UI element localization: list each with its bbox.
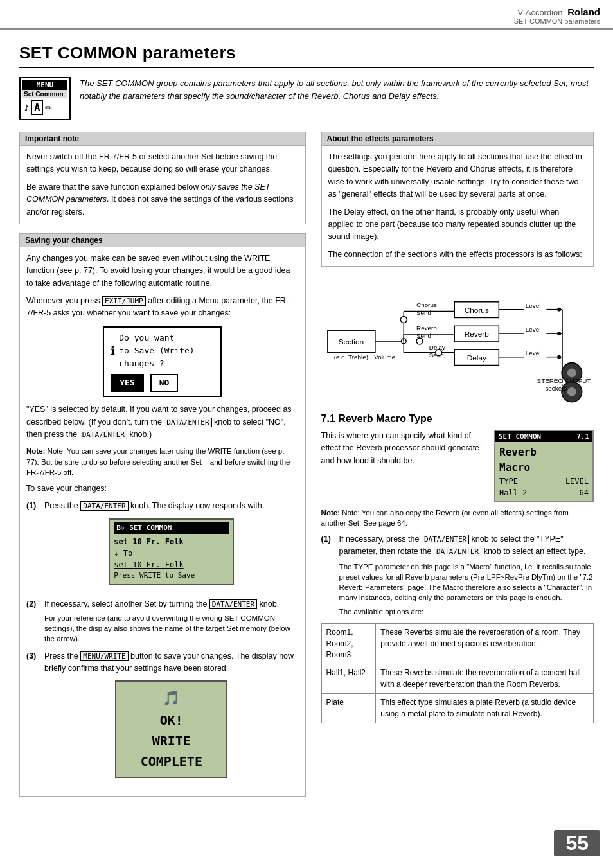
menu-icon-box: MENU Set Common ♪ A ✏ [19,77,71,120]
set-common-display: SET COMMON 7.1 Reverb Macro TYPE LEVEL H… [494,430,594,502]
lcd-display-1: B♭ SET COMMON set 10 Fr. Folk ↓ To set 1… [109,518,234,585]
important-note-body: Never switch off the FR-7/FR-5 or select… [20,146,305,224]
lcd-title-1: B♭ SET COMMON [114,522,229,535]
table-row: Plate This effect type simulates a plate… [321,694,593,723]
saving-step-1: (1) Press the DATA/ENTER knob. The displ… [26,500,299,592]
menu-label: MENU [22,80,67,90]
sc-body: Reverb Macro TYPE LEVEL Hall 2 64 [495,442,592,501]
svg-point-10 [400,316,407,323]
v-accordion-label: V-Accordion [517,8,562,17]
effects-params-body: The settings you perform here apply to a… [322,146,593,266]
reverb-step1-available: The available options are: [339,607,594,617]
svg-text:Level: Level [525,302,540,309]
reverb-macro-heading: 7.1 Reverb Macro Type [321,413,594,425]
info-icon: ℹ [111,342,115,360]
step-2-content: If necessary, select another Set by turn… [44,598,299,644]
intro-area: MENU Set Common ♪ A ✏ The SET COMMON gro… [19,77,594,120]
saving-para2: Whenever you press EXIT/JUMP after editi… [26,295,299,320]
right-column: About the effects parameters The setting… [321,132,594,806]
table-cell-name-2: Plate [321,694,376,723]
svg-text:Section: Section [338,337,363,346]
saving-note1: Note: Note: You can save your changes la… [26,446,299,477]
reverb-types-table: Room1, Room2, Room3 These Reverbs simula… [321,623,594,723]
step-1-content: Press the DATA/ENTER knob. The display n… [44,500,299,592]
step3-key: MENU/WRITE [80,651,128,661]
svg-text:Reverb: Reverb [464,330,489,339]
step-1-num: (1) [26,500,44,592]
sc-row2: Hall 2 64 [499,487,589,499]
reverb-step-1-num: (1) [321,533,339,617]
saving-step-3: (3) Press the MENU/WRITE button to save … [26,650,299,784]
reverb-macro-note: Note: Note: You can also copy the Reverb… [321,508,594,528]
brand: V-Accordion Roland SET COMMON parameters [514,6,600,25]
svg-text:STEREO OUTPUT: STEREO OUTPUT [537,377,591,384]
dialog-icon-row: ℹ Do you want to Save (Write) changes ? [111,332,214,370]
reverb-step-1-content: If necessary, press the DATA/ENTER knob … [339,533,594,617]
step1-key: DATA/ENTER [80,501,128,511]
page-header: V-Accordion Roland SET COMMON parameters [0,0,613,30]
svg-point-15 [416,338,423,344]
table-cell-desc-1: These Reverbs simulate the reverberation… [376,664,594,694]
reverb-step1-extra: The TYPE parameter on this page is a "Ma… [339,562,594,603]
to-save-label: To save your changes: [26,483,299,495]
table-cell-desc-2: This effect type simulates a plate Rever… [376,694,594,723]
effects-params-header: About the effects parameters [322,132,593,146]
data-enter-key2: DATA/ENTER [80,430,127,439]
table-cell-desc-0: These Reverbs simulate the reverberation… [376,624,594,664]
rev-step1-key1: DATA/ENTER [422,535,469,544]
effects-para3: The connection of the sections with the … [328,249,587,261]
saving-changes-box: Saving your changes Any changes you make… [19,233,306,797]
effects-para1: The settings you perform here apply to a… [328,151,587,201]
svg-text:Chorus: Chorus [464,306,488,315]
svg-text:Send: Send [416,309,431,316]
svg-text:(e.g. Treble): (e.g. Treble) [333,353,368,360]
page-number: 55 [554,830,600,856]
menu-set-common-label: Set Common [22,90,67,98]
table-cell-name-1: Hall1, Hall2 [321,664,376,694]
ok-display: 🎵 OK! WRITE COMPLETE [115,680,227,777]
effects-diagram: Section (e.g. Treble) Volume Chorus Send [321,276,594,404]
svg-point-40 [567,368,576,377]
edit-icon: ✏ [45,103,52,112]
step-2-num: (2) [26,598,44,644]
step-3-num: (3) [26,650,44,784]
header-subtitle: SET COMMON parameters [514,17,600,25]
dialog-text: Do you want to Save (Write) changes ? [119,332,194,370]
no-button[interactable]: NO [150,374,179,392]
left-column: Important note Never switch off the FR-7… [19,132,306,806]
save-dialog-box: ℹ Do you want to Save (Write) changes ? … [103,326,222,398]
effects-params-box: About the effects parameters The setting… [321,132,594,267]
intro-text: The SET COMMON group contains parameters… [80,77,594,120]
saving-changes-body: Any changes you make can be saved even w… [20,247,305,796]
page-title: SET COMMON parameters [19,43,594,68]
important-note-para1: Never switch off the FR-7/FR-5 or select… [26,151,299,176]
sc-title: SET COMMON 7.1 [495,431,592,442]
music-note-icon: ♪ [24,101,30,114]
svg-text:Level: Level [525,350,540,357]
svg-text:Volume: Volume [374,353,395,360]
menu-icon-inner: MENU Set Common ♪ A ✏ [19,77,71,120]
page-container: V-Accordion Roland SET COMMON parameters… [0,0,613,868]
saving-changes-header: Saving your changes [20,234,305,247]
important-note-header: Important note [20,132,305,146]
saving-step-2: (2) If necessary, select another Set by … [26,598,299,644]
reverb-step-1: (1) If necessary, press the DATA/ENTER k… [321,533,594,617]
yes-button[interactable]: YES [111,374,143,392]
reverb-steps-list: (1) If necessary, press the DATA/ENTER k… [321,533,594,617]
svg-point-42 [567,387,576,396]
dialog-btn-row: YES NO [111,374,214,392]
table-cell-name-0: Room1, Room2, Room3 [321,624,376,664]
svg-text:Level: Level [525,326,540,333]
svg-text:sockets: sockets [545,385,566,392]
saving-steps-list: (1) Press the DATA/ENTER knob. The displ… [26,500,299,784]
svg-text:Delay: Delay [466,353,486,362]
table-row: Hall1, Hall2 These Reverbs simulate the … [321,664,593,694]
step2-extra: For your reference (and to avoid overwri… [44,613,299,644]
saving-para3: "YES" is selected by default. If you wan… [26,403,299,441]
table-row: Room1, Room2, Room3 These Reverbs simula… [321,624,593,664]
step2-key: DATA/ENTER [209,599,257,609]
important-note-para2: Be aware that the save function explaine… [26,181,299,218]
svg-text:Reverb: Reverb [416,324,437,332]
two-col-layout: Important note Never switch off the FR-7… [19,132,594,806]
important-note-box: Important note Never switch off the FR-7… [19,132,306,224]
